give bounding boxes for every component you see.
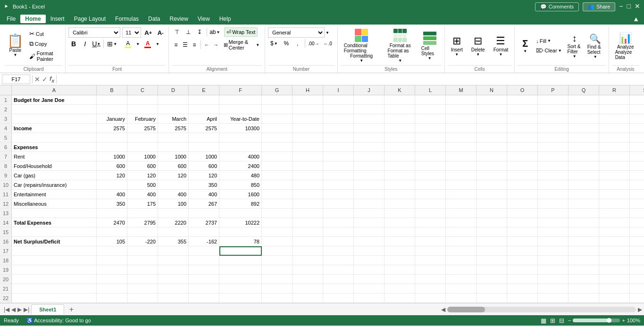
cell-B5[interactable] <box>97 133 127 143</box>
cell-G8[interactable] <box>262 161 293 171</box>
cell-G13[interactable] <box>262 209 293 218</box>
col-header-j[interactable]: J <box>354 85 385 95</box>
cell-B17[interactable] <box>97 246 127 256</box>
cell-L17[interactable] <box>415 246 446 256</box>
scroll-next-button[interactable]: ▶ <box>638 306 642 313</box>
cell-Q21[interactable] <box>569 284 599 293</box>
cell-L18[interactable] <box>415 256 446 265</box>
cell-M17[interactable] <box>446 246 477 256</box>
cell-Q17[interactable] <box>569 246 599 256</box>
cell-O2[interactable] <box>507 105 538 114</box>
cell-H7[interactable] <box>293 152 323 161</box>
page-layout-button[interactable]: ⊞ <box>550 317 555 324</box>
cell-L19[interactable] <box>415 265 446 275</box>
cell-J10[interactable] <box>354 180 385 190</box>
format-painter-button[interactable]: 🖌 Format Painter <box>27 50 62 63</box>
cell-H10[interactable] <box>293 180 323 190</box>
cell-N1[interactable] <box>477 95 507 105</box>
cell-D1[interactable] <box>158 95 189 105</box>
cell-H3[interactable] <box>293 114 323 124</box>
increase-indent-button[interactable]: → <box>212 41 220 49</box>
cell-G11[interactable] <box>262 190 293 199</box>
cell-L5[interactable] <box>415 133 446 143</box>
cell-D15[interactable] <box>158 227 189 237</box>
cell-H2[interactable] <box>293 105 323 114</box>
cell-S14[interactable] <box>630 218 644 227</box>
cell-F8[interactable]: 2400 <box>219 161 262 171</box>
cell-P11[interactable] <box>538 190 569 199</box>
cell-C12[interactable]: 175 <box>127 199 158 209</box>
col-header-c[interactable]: C <box>127 85 158 95</box>
cell-N10[interactable] <box>477 180 507 190</box>
cell-L4[interactable] <box>415 124 446 133</box>
cell-K21[interactable] <box>385 284 415 293</box>
cell-F10[interactable]: 850 <box>219 180 262 190</box>
share-button[interactable]: 👥 Share <box>583 2 615 11</box>
cell-I18[interactable] <box>323 256 354 265</box>
cell-A22[interactable] <box>12 293 97 303</box>
col-header-b[interactable]: B <box>97 85 127 95</box>
cell-C7[interactable]: 1000 <box>127 152 158 161</box>
cell-D7[interactable]: 1000 <box>158 152 189 161</box>
cell-C8[interactable]: 600 <box>127 161 158 171</box>
cell-C18[interactable] <box>127 256 158 265</box>
comments-button[interactable]: 💬 Comments <box>535 2 579 11</box>
cell-G19[interactable] <box>262 265 293 275</box>
col-header-h[interactable]: H <box>293 85 323 95</box>
cell-F13[interactable] <box>219 209 262 218</box>
cell-P8[interactable] <box>538 161 569 171</box>
cell-F15[interactable] <box>219 227 262 237</box>
align-center-button[interactable]: ☰ <box>181 41 190 49</box>
cell-E5[interactable] <box>189 133 219 143</box>
cell-G12[interactable] <box>262 199 293 209</box>
cell-H21[interactable] <box>293 284 323 293</box>
cell-Q2[interactable] <box>569 105 599 114</box>
cell-P15[interactable] <box>538 227 569 237</box>
cell-B10[interactable] <box>97 180 127 190</box>
align-right-button[interactable]: ≡ <box>190 41 199 49</box>
cell-R6[interactable] <box>599 143 630 152</box>
cell-K12[interactable] <box>385 199 415 209</box>
cell-E11[interactable]: 400 <box>189 190 219 199</box>
cell-J3[interactable] <box>354 114 385 124</box>
scroll-prev-button[interactable]: ◀ <box>441 306 445 313</box>
cell-A8[interactable]: Food/Household <box>12 161 97 171</box>
col-header-l[interactable]: L <box>415 85 446 95</box>
cell-M10[interactable] <box>446 180 477 190</box>
sum-button[interactable]: Σ ▼ <box>518 37 533 55</box>
cell-G22[interactable] <box>262 293 293 303</box>
cell-C13[interactable] <box>127 209 158 218</box>
format-as-table-button[interactable]: Format as Format as Table ▼ <box>385 27 416 64</box>
cell-A9[interactable]: Car (gas) <box>12 171 97 180</box>
cell-M2[interactable] <box>446 105 477 114</box>
cell-G15[interactable] <box>262 227 293 237</box>
cell-F5[interactable] <box>219 133 262 143</box>
cell-E21[interactable] <box>189 284 219 293</box>
cell-C21[interactable] <box>127 284 158 293</box>
cell-O12[interactable] <box>507 199 538 209</box>
sheet-nav-last[interactable]: ▶| <box>24 306 29 313</box>
fill-button[interactable]: ↓ Fill ▼ <box>534 37 564 45</box>
zoom-in-button[interactable]: + <box>622 318 625 323</box>
cell-L16[interactable] <box>415 237 446 246</box>
col-header-o[interactable]: O <box>507 85 538 95</box>
cell-S12[interactable] <box>630 199 644 209</box>
col-header-i[interactable]: I <box>323 85 354 95</box>
cell-D21[interactable] <box>158 284 189 293</box>
cell-D3[interactable]: March <box>158 114 189 124</box>
cell-O10[interactable] <box>507 180 538 190</box>
cell-E8[interactable]: 600 <box>189 161 219 171</box>
cell-E17[interactable] <box>189 246 219 256</box>
cell-K16[interactable] <box>385 237 415 246</box>
decrease-font-button[interactable]: A- <box>155 27 166 38</box>
cell-J7[interactable] <box>354 152 385 161</box>
zoom-out-button[interactable]: − <box>568 318 571 323</box>
cell-M5[interactable] <box>446 133 477 143</box>
cell-P7[interactable] <box>538 152 569 161</box>
sheet-nav-prev[interactable]: ◀ <box>11 306 16 313</box>
horizontal-scrollbar-track[interactable] <box>447 307 636 312</box>
underline-button[interactable]: U ▼ <box>91 39 101 49</box>
cell-R5[interactable] <box>599 133 630 143</box>
cell-R22[interactable] <box>599 293 630 303</box>
cell-J6[interactable] <box>354 143 385 152</box>
